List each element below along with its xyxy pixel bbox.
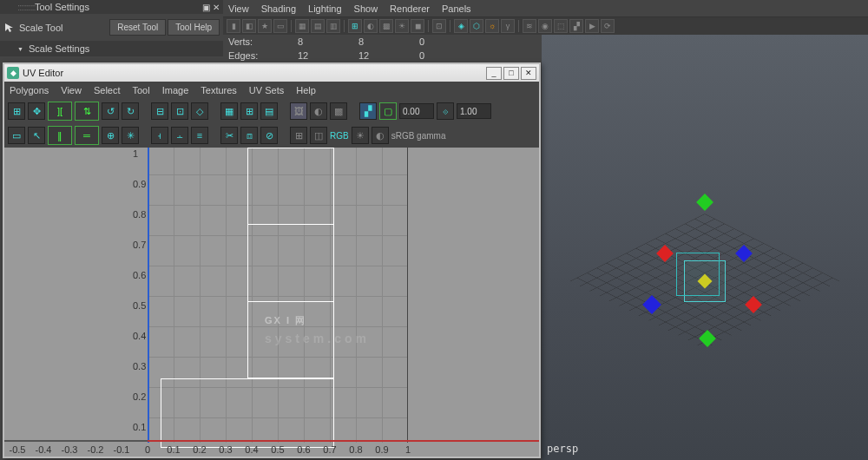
wireframe-icon[interactable]: ⊞ xyxy=(348,19,362,33)
uv-axis-v xyxy=(148,148,149,443)
close-icon[interactable]: ✕ xyxy=(521,67,536,80)
anti-alias-icon[interactable]: ▞ xyxy=(569,19,583,33)
motion-blur-icon[interactable]: ≋ xyxy=(523,19,536,33)
layout-4-icon[interactable]: ▤ xyxy=(260,102,278,120)
checker-icon[interactable]: ▞ xyxy=(359,102,377,120)
uv-ticks-x: -0.5-0.4-0.3-0.2-0.100.10.20.30.40.50.60… xyxy=(4,444,539,455)
menu-shading[interactable]: Shading xyxy=(261,3,296,14)
gamma-icon[interactable]: γ xyxy=(501,19,515,33)
layout-3-icon[interactable]: ⊞ xyxy=(240,102,258,120)
v-input[interactable] xyxy=(457,103,491,119)
exposure-icon[interactable]: ☼ xyxy=(485,19,499,33)
dock-handle-icon[interactable]: :::::::::: xyxy=(17,2,36,12)
gamma-icon[interactable]: ◐ xyxy=(372,127,389,144)
xray-icon[interactable]: ◈ xyxy=(454,19,468,33)
uv-shell[interactable] xyxy=(247,224,334,302)
uv-editor-icon: ◆ xyxy=(7,67,19,79)
flip-v-icon[interactable]: ⇅ xyxy=(75,102,99,121)
uv-move-icon[interactable]: ✥ xyxy=(28,102,45,120)
menu-textures[interactable]: Textures xyxy=(201,85,237,95)
lights-icon[interactable]: ☀ xyxy=(395,19,409,33)
image-display-icon[interactable]: 🖼 xyxy=(290,102,307,120)
iso-select-icon[interactable]: ◫ xyxy=(310,127,327,144)
menu-tool[interactable]: Tool xyxy=(133,85,150,95)
menu-polygons[interactable]: Polygons xyxy=(10,85,49,95)
separator xyxy=(291,20,292,32)
film-gate-icon[interactable]: ▦ xyxy=(295,19,309,33)
menu-show[interactable]: Show xyxy=(354,3,378,14)
split-icon[interactable]: ⊘ xyxy=(260,127,278,144)
exposure-icon[interactable]: ☀ xyxy=(352,127,369,144)
select-shell-icon[interactable]: ▭ xyxy=(8,127,25,144)
grid-snap-icon[interactable]: ⊟ xyxy=(151,102,168,120)
menu-select[interactable]: Select xyxy=(94,85,121,95)
menu-help[interactable]: Help xyxy=(296,85,316,95)
align-v-icon[interactable]: ⫠ xyxy=(171,127,188,144)
rotate-ccw-icon[interactable]: ↺ xyxy=(102,102,119,120)
uv-editor-toolbar: ⊞ ✥ ][ ⇅ ↺ ↻ ⊟ ⊡ ◇ ▦ ⊞ ▤ 🖼 ◐ ▩ ▞ ▢ ⟐ ▭ ↖… xyxy=(4,99,539,148)
uv-shell[interactable] xyxy=(161,378,334,448)
layout-icon[interactable]: ▦ xyxy=(220,102,238,120)
maximize-icon[interactable]: □ xyxy=(503,67,519,80)
isolate-icon[interactable]: ⊡ xyxy=(432,19,446,33)
uv-editor-menubar: Polygons View Select Tool Image Textures… xyxy=(4,82,539,99)
uv-canvas[interactable]: GX I 网 system.com -0.5-0.4-0.3-0.2-0.100… xyxy=(4,148,539,457)
menu-view[interactable]: View xyxy=(61,85,82,95)
texture-border-icon[interactable]: ▢ xyxy=(379,102,397,120)
grid-toggle-icon[interactable]: ⊞ xyxy=(290,127,307,144)
flip-u-icon[interactable]: ][ xyxy=(48,102,72,121)
panel-close-icon[interactable]: ▣ ✕ xyxy=(202,3,220,12)
snap-icon[interactable]: ◇ xyxy=(191,102,208,120)
link-icon[interactable]: ⟐ xyxy=(437,102,454,120)
uv-lattice-icon[interactable]: ⊞ xyxy=(8,102,25,120)
cursor-icon xyxy=(3,22,16,34)
u-input[interactable] xyxy=(399,103,434,119)
uv-axis-u-neg xyxy=(4,440,148,442)
reset-tool-button[interactable]: Reset Tool xyxy=(109,19,166,36)
textured-icon[interactable]: ▩ xyxy=(379,19,393,33)
image-plane-icon[interactable]: ▭ xyxy=(273,19,287,33)
renderer-icon[interactable]: ▶ xyxy=(585,19,599,33)
minimize-icon[interactable]: _ xyxy=(486,67,502,80)
depth-of-field-icon[interactable]: ◉ xyxy=(538,19,552,33)
align-u-icon[interactable]: ⫞ xyxy=(151,127,168,144)
scale-handle-y[interactable] xyxy=(696,194,713,211)
ao-icon[interactable]: ⬚ xyxy=(554,19,568,33)
xray-joints-icon[interactable]: ⬡ xyxy=(470,19,483,33)
shaded-icon[interactable]: ◐ xyxy=(364,19,378,33)
resolution-gate-icon[interactable]: ▤ xyxy=(311,19,325,33)
menu-lighting[interactable]: Lighting xyxy=(308,3,342,14)
sew-tool-icon[interactable]: ⧈ xyxy=(240,127,258,144)
menu-renderer[interactable]: Renderer xyxy=(390,3,430,14)
tool-help-button[interactable]: Tool Help xyxy=(168,19,220,36)
shaded-uv-icon[interactable]: ▩ xyxy=(330,102,347,120)
rgb-label[interactable]: RGB xyxy=(330,131,349,141)
menu-view[interactable]: View xyxy=(228,3,249,14)
cut-tool-icon[interactable]: ✂ xyxy=(220,127,238,144)
unfold-icon[interactable]: ✳ xyxy=(122,127,139,144)
uv-editor-title: UV Editor xyxy=(23,68,63,78)
cursor-icon[interactable]: ↖ xyxy=(28,127,45,144)
bookmark-icon[interactable]: ★ xyxy=(258,19,272,33)
edges-label: Edges: xyxy=(228,49,298,62)
viewport-3d[interactable]: persp xyxy=(542,35,868,460)
menu-image[interactable]: Image xyxy=(162,85,189,95)
sew-icon[interactable]: ⊕ xyxy=(102,127,119,144)
tool-settings-titlebar[interactable]: :::::::::: Tool Settings ▣ ✕ xyxy=(0,0,223,14)
ipr-icon[interactable]: ⟳ xyxy=(601,19,615,33)
cut-v-icon[interactable]: ═ xyxy=(75,126,99,145)
camera-icon[interactable]: ◧ xyxy=(242,19,256,33)
rotate-cw-icon[interactable]: ↻ xyxy=(122,102,139,120)
pixel-snap-icon[interactable]: ⊡ xyxy=(171,102,188,120)
dimmed-icon[interactable]: ◐ xyxy=(310,102,327,120)
shadows-icon[interactable]: ◼ xyxy=(411,19,424,33)
gamma-label[interactable]: sRGB gamma xyxy=(391,131,446,141)
cut-u-icon[interactable]: ‖ xyxy=(48,126,72,145)
menu-uvsets[interactable]: UV Sets xyxy=(249,85,284,95)
menu-panels[interactable]: Panels xyxy=(442,3,471,14)
scale-settings-section[interactable]: Scale Settings xyxy=(0,41,223,56)
stack-icon[interactable]: ≡ xyxy=(191,127,208,144)
uv-editor-titlebar[interactable]: ◆ UV Editor _ □ ✕ xyxy=(4,64,539,82)
select-camera-icon[interactable]: ▮ xyxy=(227,19,240,33)
gate-mask-icon[interactable]: ▥ xyxy=(326,19,340,33)
